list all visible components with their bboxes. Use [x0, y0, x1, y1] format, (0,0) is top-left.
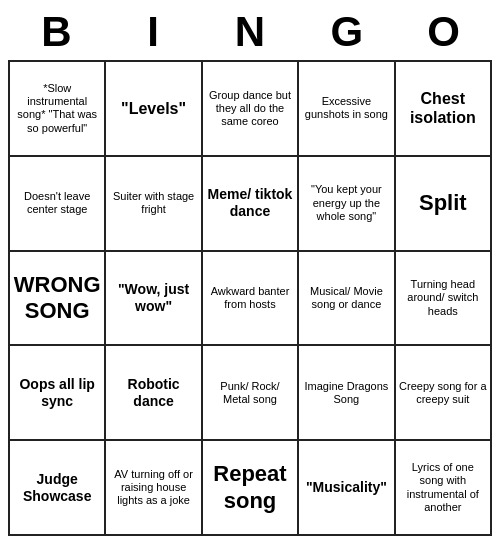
bingo-cell-11[interactable]: "Wow, just wow": [106, 252, 202, 347]
bingo-cell-18[interactable]: Imagine Dragons Song: [299, 346, 395, 441]
bingo-cell-14[interactable]: Turning head around/ switch heads: [396, 252, 492, 347]
bingo-cell-24[interactable]: Lyrics of one song with instrumental of …: [396, 441, 492, 536]
bingo-cell-19[interactable]: Creepy song for a creepy suit: [396, 346, 492, 441]
bingo-cell-12[interactable]: Awkward banter from hosts: [203, 252, 299, 347]
bingo-cell-1[interactable]: "Levels": [106, 62, 202, 157]
bingo-cell-23[interactable]: "Musicality": [299, 441, 395, 536]
bingo-grid: *Slow instrumental song* "That was so po…: [8, 60, 492, 536]
bingo-cell-13[interactable]: Musical/ Movie song or dance: [299, 252, 395, 347]
letter-o: O: [400, 8, 488, 56]
bingo-cell-5[interactable]: Doesn't leave center stage: [10, 157, 106, 252]
bingo-cell-0[interactable]: *Slow instrumental song* "That was so po…: [10, 62, 106, 157]
bingo-cell-22[interactable]: Repeat song: [203, 441, 299, 536]
bingo-cell-21[interactable]: AV turning off or raising house lights a…: [106, 441, 202, 536]
letter-b: B: [12, 8, 100, 56]
bingo-cell-20[interactable]: Judge Showcase: [10, 441, 106, 536]
bingo-cell-15[interactable]: Oops all lip sync: [10, 346, 106, 441]
bingo-cell-4[interactable]: Chest isolation: [396, 62, 492, 157]
bingo-cell-7[interactable]: Meme/ tiktok dance: [203, 157, 299, 252]
bingo-cell-2[interactable]: Group dance but they all do the same cor…: [203, 62, 299, 157]
bingo-cell-3[interactable]: Excessive gunshots in song: [299, 62, 395, 157]
bingo-cell-16[interactable]: Robotic dance: [106, 346, 202, 441]
letter-n: N: [206, 8, 294, 56]
bingo-cell-8[interactable]: "You kept your energy up the whole song": [299, 157, 395, 252]
bingo-cell-9[interactable]: Split: [396, 157, 492, 252]
bingo-cell-17[interactable]: Punk/ Rock/ Metal song: [203, 346, 299, 441]
bingo-cell-10[interactable]: WRONG SONG: [10, 252, 106, 347]
letter-i: I: [109, 8, 197, 56]
bingo-cell-6[interactable]: Suiter with stage fright: [106, 157, 202, 252]
letter-g: G: [303, 8, 391, 56]
bingo-title: B I N G O: [8, 8, 492, 56]
